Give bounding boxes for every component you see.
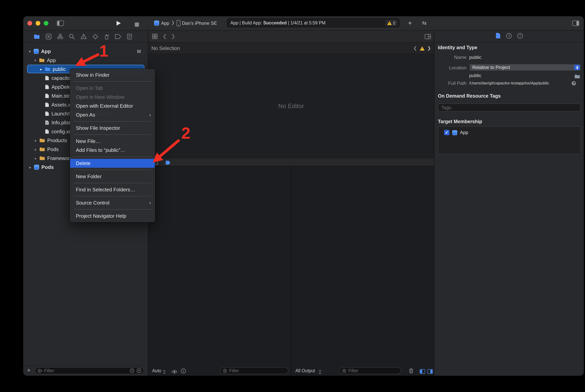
disclosure-closed-icon[interactable]: ▸	[34, 138, 37, 142]
name-value[interactable]: public	[469, 54, 482, 60]
close-button[interactable]	[27, 21, 32, 26]
previous-issue-icon[interactable]: ❮	[413, 46, 417, 51]
submenu-arrow-icon: ›	[149, 200, 151, 206]
warning-icon	[387, 21, 392, 25]
run-button[interactable]	[116, 20, 121, 28]
menu-item-add-files[interactable]: Add Files to “public”…	[70, 146, 155, 154]
destination-name[interactable]: Dan's iPhone SE	[182, 20, 217, 26]
file-icon	[45, 111, 49, 116]
tags-placeholder: Tags	[441, 105, 451, 110]
console-view: All Output Filter	[292, 166, 434, 376]
issue-navigator-icon[interactable]	[80, 34, 87, 39]
scheme-name[interactable]: App	[161, 20, 169, 26]
location-popup[interactable]: Relative to Project	[469, 64, 581, 71]
debug-navigator-icon[interactable]	[104, 34, 109, 39]
jump-bar-selection[interactable]: No Selection	[151, 45, 180, 51]
editor-options-icon[interactable]: ⇆	[422, 20, 427, 26]
xcode-project-icon	[34, 164, 39, 170]
menu-item-open-in-tab: Open in Tab	[70, 84, 155, 92]
test-navigator-icon[interactable]	[92, 34, 98, 39]
menu-item-delete[interactable]: Delete	[70, 159, 155, 168]
zoom-button[interactable]	[44, 21, 48, 26]
help-inspector-icon[interactable]: ?	[517, 33, 523, 40]
device-icon	[176, 20, 180, 28]
fullpath-value: /Users/dan/git/capacitor-testapp/ios/App…	[469, 81, 570, 85]
next-issue-icon[interactable]: ❯	[427, 46, 431, 51]
checkbox-checked-icon[interactable]: ✓	[444, 130, 450, 135]
menu-item-new-file[interactable]: New File…	[70, 137, 155, 146]
eye-icon[interactable]	[171, 368, 177, 375]
disclosure-closed-icon[interactable]: ▸	[34, 148, 37, 151]
menu-item-open-with-external-editor[interactable]: Open with External Editor	[70, 102, 155, 110]
name-label: Name	[438, 54, 467, 60]
disclosure-open-icon[interactable]: ▾	[28, 50, 32, 53]
add-tab-button[interactable]: +	[408, 19, 412, 27]
forward-icon[interactable]: ❯	[171, 33, 175, 39]
xcode-project-icon	[34, 49, 39, 54]
menu-item-open-as[interactable]: Open As›	[70, 110, 155, 119]
project-navigator-icon[interactable]	[34, 34, 40, 39]
menu-item-show-file-inspector[interactable]: Show File Inspector	[70, 124, 155, 132]
console-scope-popup[interactable]: All Output	[295, 368, 315, 373]
target-membership-row[interactable]: ✓ App	[438, 127, 580, 135]
related-items-icon[interactable]	[152, 34, 158, 41]
menu-item-find-in-selected-folders[interactable]: Find in Selected Folders…	[70, 185, 155, 194]
file-icon	[45, 102, 49, 107]
info-icon[interactable]	[181, 368, 186, 375]
menu-item-show-in-finder[interactable]: Show in Finder	[70, 70, 155, 80]
activity-view[interactable]: App | Build App: Succeeded | 1/4/21 at 5…	[227, 18, 400, 28]
show-variables-pane-icon[interactable]	[420, 368, 425, 375]
target-name: App	[460, 130, 468, 135]
folder-icon[interactable]	[575, 73, 580, 80]
open-in-finder-arrow-icon[interactable]	[572, 80, 576, 87]
console-view-body[interactable]	[292, 166, 434, 365]
navigator-filter-bar: + Filter	[23, 365, 148, 376]
breakpoint-navigator-icon[interactable]	[115, 34, 121, 39]
symbol-navigator-icon[interactable]	[57, 34, 63, 39]
breakpoints-toggle-icon[interactable]	[165, 160, 171, 166]
filter-icon	[37, 368, 42, 373]
variables-view-body[interactable]	[148, 166, 291, 365]
source-control-filter-icon[interactable]	[137, 368, 141, 373]
toggle-left-sidebar-icon[interactable]	[57, 20, 64, 28]
show-console-pane-icon[interactable]	[427, 368, 433, 375]
tree-row-project-app[interactable]: ▾ App M	[23, 47, 148, 56]
tags-field[interactable]: Tags	[438, 104, 581, 112]
folder-reference-icon	[45, 67, 50, 71]
editor-tab-bar: ❮ ❯	[148, 30, 434, 42]
folder-icon	[39, 147, 45, 152]
file-icon	[45, 120, 49, 125]
history-inspector-icon[interactable]	[506, 33, 512, 40]
disclosure-open-icon[interactable]: ▾	[33, 58, 37, 62]
variables-scope-popup[interactable]: Auto	[152, 368, 161, 373]
disclosure-closed-icon[interactable]: ▸	[39, 67, 43, 71]
console-filter-field[interactable]: Filter	[339, 367, 401, 374]
minimize-button[interactable]	[36, 21, 40, 26]
inspector-panel: ? Identity and Type Name public Location…	[434, 30, 584, 376]
file-inspector-icon[interactable]	[495, 32, 500, 40]
submenu-arrow-icon: ›	[149, 112, 151, 118]
disclosure-closed-icon[interactable]: ▸	[34, 156, 37, 160]
tree-row-group-app[interactable]: ▾ App	[23, 56, 148, 65]
file-icon	[45, 129, 49, 134]
recents-clock-icon[interactable]	[130, 368, 134, 373]
stop-button[interactable]	[135, 21, 139, 28]
warning-badge[interactable]: 2	[385, 20, 397, 26]
report-navigator-icon[interactable]	[127, 34, 132, 39]
source-control-navigator-icon[interactable]	[46, 34, 51, 39]
warning-icon[interactable]	[420, 46, 425, 50]
trash-icon[interactable]	[409, 368, 414, 375]
menu-item-source-control[interactable]: Source Control›	[70, 198, 155, 207]
navigator-filter-field[interactable]: Filter	[35, 367, 144, 374]
menu-item-project-navigator-help[interactable]: Project Navigator Help	[70, 212, 155, 220]
toggle-right-sidebar-icon[interactable]	[572, 20, 579, 28]
back-icon[interactable]: ❮	[163, 33, 167, 39]
menu-item-new-folder[interactable]: New Folder	[70, 172, 155, 181]
variables-filter-field[interactable]: Filter	[220, 367, 288, 374]
menu-separator	[74, 209, 151, 210]
find-navigator-icon[interactable]	[69, 34, 75, 39]
disclosure-closed-icon[interactable]: ▸	[28, 165, 32, 169]
add-editor-icon[interactable]	[425, 34, 431, 41]
no-editor-placeholder: No Editor	[278, 102, 304, 110]
add-file-button[interactable]: +	[27, 367, 30, 374]
